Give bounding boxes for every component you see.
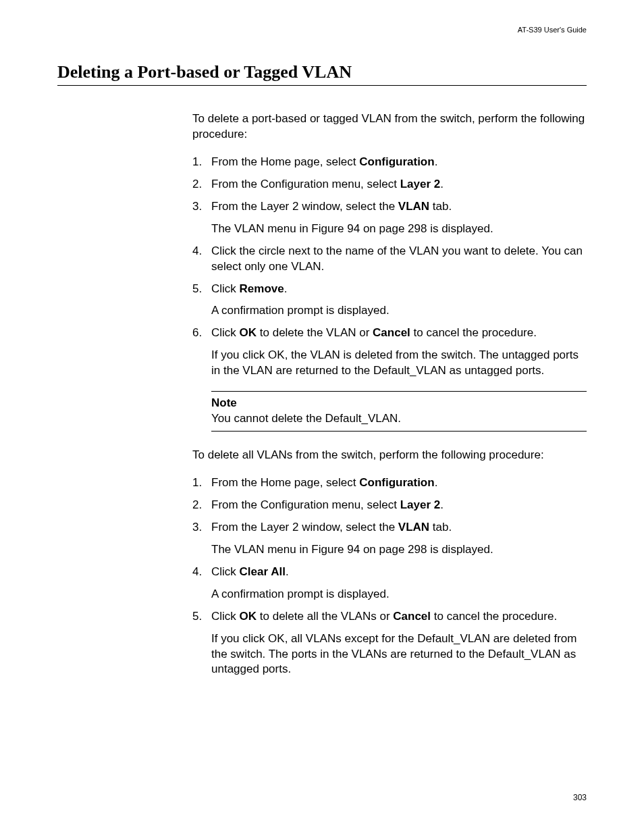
bold-term: VLAN: [398, 521, 429, 533]
step-2-2: From the Configuration menu, select Laye…: [192, 498, 587, 513]
step-sub: A confirmation prompt is displayed.: [211, 303, 587, 319]
step-text: to delete all the VLANs or: [257, 610, 393, 623]
bold-term: Clear All: [240, 565, 286, 578]
step-text: .: [284, 282, 288, 295]
step-text: tab.: [429, 521, 452, 533]
step-text: Click: [211, 610, 240, 623]
step-text: tab.: [429, 200, 452, 213]
step-sub: The VLAN menu in Figure 94 on page 298 i…: [211, 542, 587, 558]
step-text: From the Layer 2 window, select the: [211, 521, 398, 533]
step-text: .: [440, 498, 444, 511]
step-text: From the Configuration menu, select: [211, 178, 400, 190]
main-content: To delete a port-based or tagged VLAN fr…: [57, 111, 587, 677]
step-2-4: Click Clear All. A confirmation prompt i…: [192, 565, 587, 602]
step-1-3: From the Layer 2 window, select the VLAN…: [192, 199, 587, 237]
step-text: From the Layer 2 window, select the: [211, 200, 398, 213]
page-title: Deleting a Port-based or Tagged VLAN: [57, 62, 587, 86]
step-text: Click: [211, 565, 240, 578]
bold-term: OK: [240, 326, 257, 339]
bold-term: Layer 2: [400, 178, 441, 190]
step-text: Click the circle next to the name of the…: [211, 244, 583, 273]
step-text: From the Home page, select: [211, 476, 359, 489]
step-text: .: [435, 476, 438, 489]
bold-term: Cancel: [373, 326, 410, 339]
step-2-1: From the Home page, select Configuration…: [192, 475, 587, 491]
step-1-4: Click the circle next to the name of the…: [192, 244, 587, 275]
intro-paragraph-2: To delete all VLANs from the switch, per…: [192, 448, 587, 463]
step-text: From the Configuration menu, select: [211, 498, 400, 511]
bold-term: OK: [240, 610, 257, 623]
note-body: You cannot delete the Default_VLAN.: [211, 411, 587, 427]
step-1-1: From the Home page, select Configuration…: [192, 155, 587, 170]
step-text: to cancel the procedure.: [431, 610, 557, 623]
step-text: .: [286, 565, 289, 578]
procedure-list-2: From the Home page, select Configuration…: [192, 475, 587, 677]
page-number: 303: [573, 793, 587, 802]
step-text: to cancel the procedure.: [410, 326, 537, 339]
bold-term: Cancel: [393, 610, 431, 623]
step-text: .: [435, 155, 438, 168]
page-header: AT-S39 User's Guide: [57, 26, 587, 34]
note-title: Note: [211, 396, 587, 411]
bold-term: Remove: [240, 282, 284, 295]
step-sub: A confirmation prompt is displayed.: [211, 587, 587, 602]
step-text: Click: [211, 282, 240, 295]
bold-term: Configuration: [359, 476, 434, 489]
bold-term: Configuration: [359, 155, 434, 168]
note-box: Note You cannot delete the Default_VLAN.: [211, 391, 587, 432]
step-text: From the Home page, select: [211, 155, 359, 168]
step-1-2: From the Configuration menu, select Laye…: [192, 177, 587, 192]
step-text: .: [440, 178, 444, 190]
step-2-5: Click OK to delete all the VLANs or Canc…: [192, 609, 587, 678]
step-text: to delete the VLAN or: [257, 326, 373, 339]
step-sub: If you click OK, all VLANs except for th…: [211, 631, 587, 678]
step-sub: The VLAN menu in Figure 94 on page 298 i…: [211, 221, 587, 237]
bold-term: Layer 2: [400, 498, 441, 511]
bold-term: VLAN: [398, 200, 429, 213]
intro-paragraph-1: To delete a port-based or tagged VLAN fr…: [192, 111, 587, 142]
step-sub: If you click OK, the VLAN is deleted fro…: [211, 348, 587, 379]
step-1-5: Click Remove. A confirmation prompt is d…: [192, 282, 587, 319]
procedure-list-1: From the Home page, select Configuration…: [192, 155, 587, 379]
step-2-3: From the Layer 2 window, select the VLAN…: [192, 520, 587, 558]
step-1-6: Click OK to delete the VLAN or Cancel to…: [192, 325, 587, 379]
step-text: Click: [211, 326, 240, 339]
